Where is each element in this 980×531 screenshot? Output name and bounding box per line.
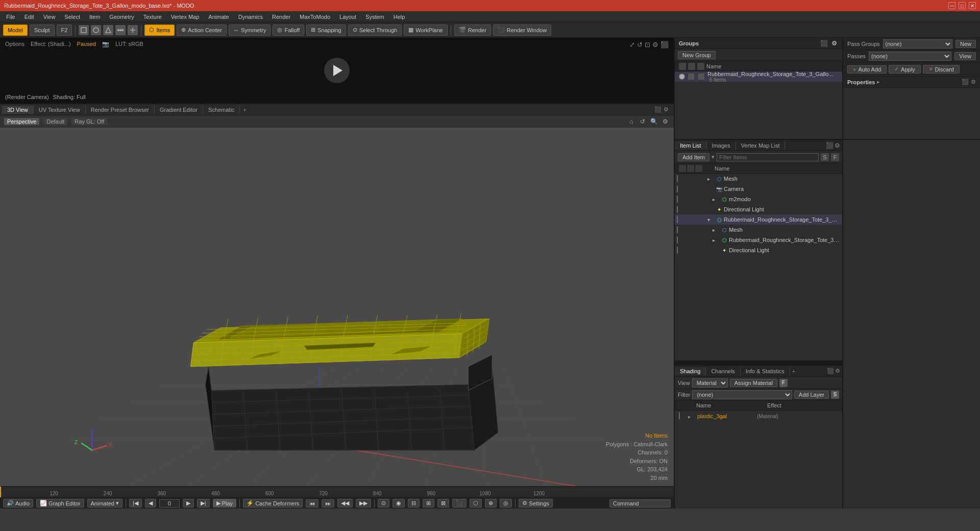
tool-icon-4[interactable]: [115, 25, 126, 35]
filter-f-button[interactable]: F: [831, 153, 839, 161]
preview-fit-icon[interactable]: ⊡: [645, 41, 650, 49]
tool-icon-5[interactable]: [128, 25, 138, 35]
menu-item[interactable]: Item: [85, 13, 104, 21]
vp-icon-settings[interactable]: ⚙: [660, 117, 670, 126]
item-row-camera[interactable]: 📷 Camera: [675, 184, 842, 194]
tab-render-preset-browser[interactable]: Render Preset Browser: [86, 106, 155, 114]
menu-system[interactable]: System: [361, 13, 388, 21]
menu-animate[interactable]: Animate: [204, 13, 233, 21]
menu-file[interactable]: File: [2, 13, 19, 21]
shading-expand-icon[interactable]: ⬛: [827, 368, 834, 374]
playback-prev-button[interactable]: ◀: [145, 499, 156, 508]
props-panel-expand-icon[interactable]: ⬛: [962, 79, 969, 85]
ir-expand-5[interactable]: ▾: [707, 217, 715, 223]
pass-groups-select[interactable]: (none): [883, 39, 952, 49]
passes-view-button[interactable]: View: [954, 52, 976, 60]
vp-expand-icon[interactable]: ⬛: [654, 106, 662, 113]
play-button[interactable]: ▶ Play: [213, 499, 236, 508]
audio-button[interactable]: 🔊 Audio: [3, 499, 33, 508]
menu-vertexmap[interactable]: Vertex Map: [167, 13, 204, 21]
add-layer-button[interactable]: Add Layer: [794, 391, 829, 399]
add-item-button[interactable]: Add Item: [678, 153, 709, 161]
playback-start-button[interactable]: |◀: [129, 499, 142, 508]
preview-settings-icon[interactable]: ⚙: [652, 41, 658, 49]
preview-play-button[interactable]: [324, 58, 350, 83]
render-button[interactable]: 🎬 Render: [454, 25, 491, 36]
workplane-button[interactable]: ▦ WorkPlane: [404, 25, 448, 36]
tab-images[interactable]: Images: [707, 141, 736, 150]
mode-model-button[interactable]: Model: [3, 25, 28, 36]
maximize-button[interactable]: □: [959, 2, 966, 9]
item-panel-settings-icon[interactable]: ⚙: [835, 142, 840, 149]
vp-default-label[interactable]: Default: [43, 118, 67, 125]
bb-icon-9[interactable]: ⊠: [437, 499, 449, 508]
playback-next-button[interactable]: ▶: [183, 499, 194, 508]
transport-icon-4[interactable]: ▶▶: [356, 499, 371, 508]
settings-button[interactable]: ⚙ Settings: [519, 499, 553, 508]
vp-settings-icon[interactable]: ⚙: [664, 106, 669, 113]
menu-render[interactable]: Render: [268, 13, 295, 21]
tab-shading[interactable]: Shading: [675, 367, 706, 375]
symmetry-button[interactable]: ↔ Symmetry: [229, 25, 271, 36]
minimize-button[interactable]: ─: [948, 2, 955, 9]
assign-material-button[interactable]: Assign Material: [730, 379, 777, 387]
new-group-button[interactable]: New Group: [678, 51, 716, 59]
bb-icon-12[interactable]: ⊕: [485, 499, 497, 508]
menu-select[interactable]: Select: [60, 13, 84, 21]
add-tab-button[interactable]: +: [240, 106, 249, 114]
bb-icon-13[interactable]: ◎: [500, 499, 512, 508]
tab-item-list[interactable]: Item List: [675, 141, 707, 150]
vp-icon-home[interactable]: ⌂: [627, 117, 636, 126]
apply-button[interactable]: ✓ Apply: [889, 65, 921, 74]
animated-button[interactable]: Animated ▾: [87, 499, 122, 508]
group-row[interactable]: Rubbermaid_Roughneck_Storage_Tote_3_Gall…: [675, 71, 842, 82]
vp-raygl-label[interactable]: Ray GL: Off: [71, 118, 107, 125]
pass-groups-new-button[interactable]: New: [955, 40, 976, 48]
command-area[interactable]: Command: [609, 499, 671, 508]
render-window-button[interactable]: ⬛ Render Window: [493, 25, 551, 36]
tool-icon-1[interactable]: [79, 25, 89, 35]
preview-options[interactable]: Options: [5, 41, 24, 47]
menu-help[interactable]: Help: [389, 13, 409, 21]
tab-info-statistics[interactable]: Info & Statistics: [741, 367, 790, 375]
mode-sculpt-button[interactable]: Sculpt: [30, 25, 55, 36]
f2-button[interactable]: F2: [57, 25, 72, 36]
bb-icon-7[interactable]: ⊟: [408, 499, 420, 508]
shading-add-tab-icon[interactable]: +: [790, 367, 797, 375]
item-panel-expand-icon[interactable]: ⬛: [826, 142, 834, 149]
close-button[interactable]: ✕: [969, 2, 976, 9]
item-row-mesh2[interactable]: ▸ ⬡ Mesh: [675, 225, 842, 235]
tab-vertex-map-list[interactable]: Vertex Map List: [736, 141, 786, 150]
menu-layout[interactable]: Layout: [335, 13, 360, 21]
playback-end-button[interactable]: ▶|: [197, 499, 210, 508]
graph-editor-button[interactable]: 📈 Graph Editor: [36, 499, 84, 508]
item-row-group-sub[interactable]: ▸ ⬡ Rubbermaid_Roughneck_Storage_Tote_3_…: [675, 235, 842, 245]
menu-texture[interactable]: Texture: [139, 13, 166, 21]
vp-icon-rotate[interactable]: ↺: [638, 117, 647, 126]
select-through-button[interactable]: ⊙ Select Through: [348, 25, 402, 36]
preview-expand-icon[interactable]: ⬛: [660, 41, 669, 49]
groups-expand-icon[interactable]: ⬛: [820, 39, 828, 47]
tab-channels[interactable]: Channels: [706, 367, 740, 375]
transport-icon-3[interactable]: ◀◀: [337, 499, 353, 508]
tab-uv-texture-view[interactable]: UV Texture View: [34, 106, 86, 114]
passes-select[interactable]: (none): [869, 52, 951, 61]
item-list-scrollbar[interactable]: [675, 360, 842, 365]
tool-icon-3[interactable]: [103, 25, 113, 35]
props-panel-settings-icon[interactable]: ⚙: [971, 79, 976, 85]
menu-edit[interactable]: Edit: [20, 13, 38, 21]
menu-view[interactable]: View: [39, 13, 60, 21]
bb-icon-10[interactable]: ⬛: [452, 499, 467, 508]
tool-icon-2[interactable]: [91, 25, 101, 35]
filter-s-button[interactable]: S: [821, 153, 829, 161]
transport-icon-2[interactable]: ⏭: [322, 499, 334, 508]
discard-button[interactable]: ✕ Discard: [923, 65, 960, 74]
bb-icon-11[interactable]: ⬡: [470, 499, 482, 508]
timeline-area[interactable]: 0 120 240 360 480 600 720 840 960 1080 1…: [0, 486, 674, 497]
time-input[interactable]: [159, 499, 180, 508]
shading-f-key[interactable]: F: [779, 379, 788, 387]
bb-icon-6[interactable]: ◉: [393, 499, 405, 508]
item-row-mesh1[interactable]: ▸ ⬡ Mesh: [675, 174, 842, 184]
action-center-button[interactable]: ⊕ Action Center: [177, 25, 227, 36]
filter-select[interactable]: (none): [692, 390, 792, 399]
